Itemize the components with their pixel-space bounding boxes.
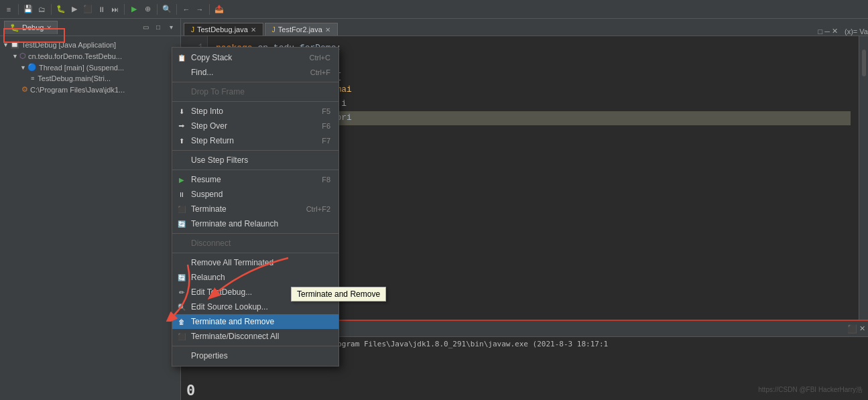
disconnect-icon: [176, 238, 187, 249]
menu-terminate[interactable]: ⬛ Terminate Ctrl+F2: [172, 202, 338, 216]
resume-icon: ▶: [176, 174, 187, 185]
menu-resume[interactable]: ▶ Resume F8: [172, 172, 338, 187]
view-label: (x)= Va: [845, 27, 868, 36]
watermark-text: https://CSDN @FBI HackerHarry浩: [758, 386, 863, 393]
menu-step-into[interactable]: ⬇ Step Into F5: [172, 104, 338, 119]
tab-close-testdebug[interactable]: ✕: [251, 26, 256, 34]
step-return-icon: ⬆: [176, 135, 187, 146]
tree-item-thread[interactable]: ▼ 🔵 Thread [main] (Suspend...: [0, 62, 180, 73]
menu-edit-source-lookup[interactable]: 🔍 Edit Source Lookup...: [172, 299, 338, 314]
tab-testfor2[interactable]: J TestFor2.java ✕: [265, 23, 338, 36]
menu-suspend[interactable]: ⏸ Suspend: [172, 187, 338, 202]
menu-label-terminate-relaunch: Terminate and Relaunch: [191, 219, 278, 228]
editor-minimize-icon[interactable]: ─: [824, 27, 830, 36]
menu-sep-3: [172, 150, 338, 151]
tooltip-terminate-remove: Terminate and Remove: [291, 287, 386, 302]
menu-sep-2: [172, 101, 338, 102]
menu-label-disconnect: Disconnect: [191, 239, 231, 248]
toolbar-export-icon[interactable]: 📤: [213, 3, 225, 15]
panel-maximize-icon[interactable]: □: [153, 22, 164, 33]
tree-item-app[interactable]: ▼ 🔲 TestDebug [Java Application]: [0, 39, 180, 50]
tree-leaf-arrow: ≡: [31, 75, 34, 82]
toolbar-separator-3: [124, 4, 125, 15]
toolbar-separator-5: [176, 4, 177, 15]
tree-item-label-4: TestDebug.main(Stri...: [38, 74, 111, 82]
debug-tab[interactable]: 🐛 Debug ✕: [4, 21, 58, 34]
toolbar-save-icon[interactable]: 💾: [22, 3, 34, 15]
toolbar-debug-icon[interactable]: 🐛: [55, 3, 67, 15]
menu-terminate-disconnect-all[interactable]: ⬛ Terminate/Disconnect All: [172, 329, 338, 344]
toolbar-menu-icon[interactable]: ≡: [3, 3, 15, 15]
toolbar-save-all-icon[interactable]: 🗂: [36, 3, 48, 15]
panel-minimize-icon[interactable]: ▭: [140, 22, 151, 33]
toolbar-nav-back-icon[interactable]: ←: [180, 3, 192, 15]
menu-properties[interactable]: Properties: [172, 348, 338, 363]
panel-actions: ▭ □ ▾: [140, 22, 176, 33]
toolbar-separator-6: [209, 4, 210, 15]
menu-remove-all-terminated[interactable]: Remove All Terminated: [172, 255, 338, 270]
bottom-stop-icon[interactable]: ⬛: [847, 324, 857, 334]
tab-close-testfor2[interactable]: ✕: [325, 26, 330, 34]
main-layout: 🐛 Debug ✕ ▭ □ ▾ ▼ 🔲 TestDebug [Java Appl…: [0, 19, 868, 400]
toolbar-search-icon[interactable]: 🔍: [161, 3, 173, 15]
menu-label-terminate: Terminate: [191, 204, 227, 214]
tab-label-testfor2: TestFor2.java: [278, 25, 322, 34]
menu-shortcut-resume: F8: [322, 176, 330, 184]
tab-testdebug[interactable]: J TestDebug.java ✕: [184, 23, 263, 36]
toolbar-resume-icon[interactable]: ▶: [128, 3, 140, 15]
tree-item-frame[interactable]: ≡ TestDebug.main(Stri...: [0, 73, 180, 84]
menu-shortcut-step-into: F5: [322, 107, 330, 115]
debug-tab-label: Debug: [22, 23, 44, 31]
menu-label-resume: Resume: [191, 175, 221, 184]
tree-expand-arrow-3[interactable]: ▼: [20, 64, 26, 71]
bottom-close-icon[interactable]: ✕: [859, 324, 865, 334]
menu-label-relaunch: Relaunch: [191, 273, 225, 282]
debug-tab-close[interactable]: ✕: [46, 24, 52, 31]
menu-terminate-remove[interactable]: 🗑 Terminate and Remove: [172, 314, 338, 329]
menu-step-return[interactable]: ⬆ Step Return F7: [172, 133, 338, 148]
tree-item-class[interactable]: ▼ ⬡ cn.tedu.forDemo.TestDebu...: [0, 50, 180, 62]
menu-label-edit-testdebug: Edit TestDebug...: [191, 287, 252, 297]
menu-terminate-relaunch[interactable]: 🔄 Terminate and Relaunch: [172, 216, 338, 231]
menu-sep-5: [172, 233, 338, 234]
context-menu: 📋 Copy Stack Ctrl+C Find... Ctrl+F Drop …: [172, 47, 339, 366]
toolbar-stop-icon[interactable]: ⬛: [82, 3, 94, 15]
tab-label-testdebug: TestDebug.java: [197, 25, 248, 34]
menu-shortcut-step-return: F7: [322, 137, 330, 145]
debug-icon: 🐛: [10, 23, 19, 32]
tree-expand-arrow[interactable]: ▼: [3, 42, 9, 48]
step-filters-icon: [176, 155, 187, 165]
menu-label-step-into: Step Into: [191, 107, 223, 116]
drop-frame-icon: [176, 86, 187, 97]
editor-right-label: (x)= Va: [845, 27, 868, 36]
thread-icon: 🔵: [27, 63, 37, 72]
tree-item-path[interactable]: ⚙ C:\Program Files\Java\jdk1...: [0, 84, 180, 95]
menu-step-over[interactable]: ⮕ Step Over F6: [172, 119, 338, 133]
menu-find[interactable]: Find... Ctrl+F: [172, 65, 338, 80]
main-toolbar: ≡ 💾 🗂 🐛 ▶ ⬛ ⏸ ⏭ ▶ ⊕ 🔍 ← → 📤: [0, 0, 868, 19]
toolbar-separator-2: [51, 4, 52, 15]
terminate-disc-all-icon: ⬛: [176, 331, 187, 342]
terminate-remove-icon: 🗑: [176, 316, 187, 327]
toolbar-skip-icon[interactable]: ⊕: [141, 3, 153, 15]
toolbar-run-icon[interactable]: ▶: [68, 3, 80, 15]
class-icon: ⬡: [19, 52, 26, 60]
menu-label-terminate-disc-all: Terminate/Disconnect All: [191, 332, 279, 341]
suspend-icon: ⏸: [176, 189, 187, 200]
toolbar-pause-icon[interactable]: ⏸: [95, 3, 107, 15]
editor-tab-actions: □ ─ ✕: [814, 27, 842, 36]
panel-menu-icon[interactable]: ▾: [166, 22, 176, 33]
java-file-icon: J: [191, 26, 194, 34]
menu-sep-6: [172, 253, 338, 253]
scrollbar-thumb[interactable]: [862, 50, 866, 76]
tree-expand-arrow-2[interactable]: ▼: [12, 53, 18, 60]
editor-scrollbar[interactable]: [859, 36, 868, 320]
editor-close-icon[interactable]: ✕: [832, 27, 838, 36]
toolbar-step-over-icon[interactable]: ⏭: [109, 3, 121, 15]
toolbar-nav-fwd-icon[interactable]: →: [194, 3, 206, 15]
menu-use-step-filters[interactable]: Use Step Filters: [172, 153, 338, 168]
editor-maximize-icon[interactable]: □: [818, 27, 823, 36]
editor-tab-bar: J TestDebug.java ✕ J TestFor2.java ✕ □ ─…: [181, 19, 868, 36]
menu-copy-stack[interactable]: 📋 Copy Stack Ctrl+C: [172, 50, 338, 65]
menu-relaunch[interactable]: 🔄 Relaunch: [172, 270, 338, 285]
